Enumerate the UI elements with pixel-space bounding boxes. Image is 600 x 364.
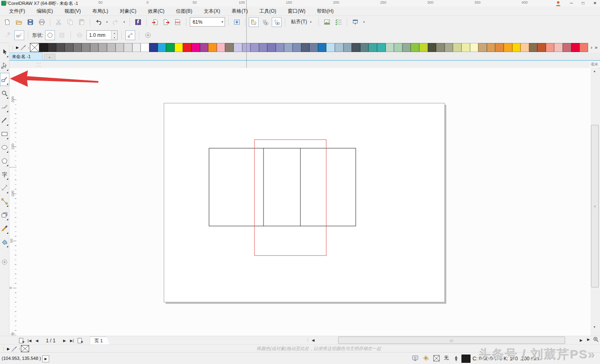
scroll-up-button[interactable]: ▲ — [591, 68, 598, 74]
color-swatch[interactable] — [309, 43, 318, 52]
color-swatch[interactable] — [386, 43, 394, 52]
color-swatch[interactable] — [293, 43, 301, 52]
color-swatch[interactable] — [436, 43, 445, 52]
color-swatch[interactable] — [360, 43, 369, 52]
page[interactable] — [164, 103, 445, 302]
undo-button[interactable] — [93, 17, 103, 27]
import-button[interactable] — [150, 17, 160, 27]
snap-to-button[interactable]: 贴齐(T) ▼ — [289, 17, 315, 27]
color-swatch[interactable] — [445, 43, 453, 52]
color-swatch[interactable] — [284, 43, 293, 52]
color-swatch[interactable] — [326, 43, 335, 52]
color-swatch[interactable] — [377, 43, 386, 52]
cut-button[interactable] — [54, 17, 64, 27]
search-content-button[interactable] — [133, 17, 143, 27]
coordinates-flyout-button[interactable]: ▶ — [42, 355, 49, 362]
docpalette-grip-icon[interactable]: ⋮ — [2, 346, 6, 351]
minimize-button[interactable]: ─ — [570, 0, 573, 6]
color-swatch[interactable] — [132, 43, 141, 52]
color-swatch[interactable] — [343, 43, 352, 52]
artistic-media-tool[interactable] — [0, 114, 9, 127]
fullscreen-preview-button[interactable] — [232, 17, 242, 27]
color-swatch[interactable] — [73, 43, 82, 52]
color-swatch[interactable] — [428, 43, 436, 52]
color-swatch[interactable] — [335, 43, 343, 52]
paste-button[interactable] — [77, 17, 86, 27]
docpalette-eyedropper-icon[interactable] — [11, 346, 18, 352]
color-swatch[interactable] — [546, 43, 555, 52]
redo-dropdown[interactable]: ▼ — [122, 21, 126, 23]
close-button[interactable]: ✕ — [593, 0, 597, 6]
drawing-canvas[interactable] — [16, 68, 591, 336]
show-grid-button[interactable] — [260, 17, 270, 27]
color-swatch[interactable] — [495, 43, 504, 52]
color-swatch[interactable] — [259, 43, 268, 52]
docpalette-scroll-left-icon[interactable]: ‹ — [19, 346, 20, 351]
palette-grip-icon[interactable]: ⋮ — [11, 45, 15, 50]
color-swatch[interactable] — [554, 43, 563, 52]
eraser-thickness-mode-button[interactable] — [2, 30, 12, 40]
color-swatch[interactable] — [141, 43, 149, 52]
color-swatch[interactable] — [419, 43, 428, 52]
color-swatch[interactable] — [352, 43, 360, 52]
shape-tool[interactable] — [0, 59, 9, 72]
menu-item-帮助[interactable]: 帮助(H) — [311, 7, 339, 16]
reduce-nodes-button[interactable] — [125, 30, 135, 40]
palette-expand-icon[interactable]: » — [595, 45, 598, 50]
zoom-level-combo[interactable]: 61% ▼ — [190, 17, 225, 27]
color-swatch[interactable] — [571, 43, 580, 52]
color-swatch[interactable] — [107, 43, 116, 52]
eraser-shape-round-button[interactable] — [45, 30, 55, 40]
vertical-scrollbar[interactable]: ▲ ≡ ▼ — [591, 68, 598, 336]
next-page-button[interactable]: ▶ — [62, 339, 67, 343]
new-document-tab-button[interactable]: + — [44, 54, 55, 60]
color-swatch[interactable] — [166, 43, 175, 52]
color-swatch[interactable] — [124, 43, 132, 52]
color-swatch[interactable] — [529, 43, 538, 52]
last-page-button[interactable]: ▶| — [69, 339, 74, 343]
color-swatch[interactable] — [90, 43, 99, 52]
hscroll-track[interactable]: ||| — [316, 337, 579, 344]
polygon-tool[interactable] — [0, 155, 9, 167]
ruler-origin-icon[interactable] — [35, 61, 41, 67]
color-swatch[interactable] — [175, 43, 183, 52]
color-swatch[interactable] — [520, 43, 529, 52]
application-launcher-button[interactable] — [350, 17, 360, 27]
ellipse-tool[interactable] — [0, 141, 9, 154]
menu-item-布局[interactable]: 布局(L) — [86, 7, 114, 16]
print-button[interactable] — [37, 17, 47, 27]
palette-next-icon[interactable]: › — [591, 45, 592, 50]
scroll-left-button[interactable]: ◀ — [311, 338, 316, 342]
color-swatch[interactable] — [48, 43, 57, 52]
propbar-customize-button[interactable] — [143, 30, 153, 40]
no-color-swatch[interactable] — [30, 43, 39, 52]
menu-item-效果[interactable]: 效果(C) — [142, 7, 170, 16]
page-tab[interactable]: 页 1 — [90, 337, 109, 345]
menu-item-编辑[interactable]: 编辑(E) — [31, 7, 59, 16]
text-tool[interactable]: 字 — [0, 168, 9, 181]
color-swatch[interactable] — [56, 43, 65, 52]
rectangle-tool[interactable] — [0, 128, 9, 140]
canvas-surface[interactable] — [16, 68, 591, 336]
color-swatch[interactable] — [411, 43, 419, 52]
color-swatch[interactable] — [65, 43, 73, 52]
color-swatch[interactable] — [225, 43, 234, 52]
eraser-tool[interactable] — [0, 73, 9, 86]
open-button[interactable] — [14, 17, 24, 27]
color-swatch[interactable] — [158, 43, 166, 52]
color-swatch[interactable] — [394, 43, 402, 52]
drop-shadow-tool[interactable] — [0, 209, 9, 221]
scroll-right-button[interactable]: ▶ — [579, 338, 584, 342]
pan-zoom-icon[interactable] — [593, 336, 599, 343]
color-swatch[interactable] — [470, 43, 479, 52]
color-eyedropper-tool[interactable] — [0, 222, 9, 235]
menu-item-文件[interactable]: 文件(F) — [3, 7, 31, 16]
menu-item-工具[interactable]: 工具(O) — [254, 7, 282, 16]
interactive-fill-tool[interactable] — [0, 236, 9, 248]
color-swatch[interactable] — [563, 43, 571, 52]
eraser-shape-square-button[interactable] — [57, 30, 67, 40]
color-swatch[interactable] — [250, 43, 259, 52]
dimension-tool[interactable] — [0, 182, 9, 194]
color-swatch[interactable] — [301, 43, 310, 52]
export-button[interactable] — [161, 17, 171, 27]
